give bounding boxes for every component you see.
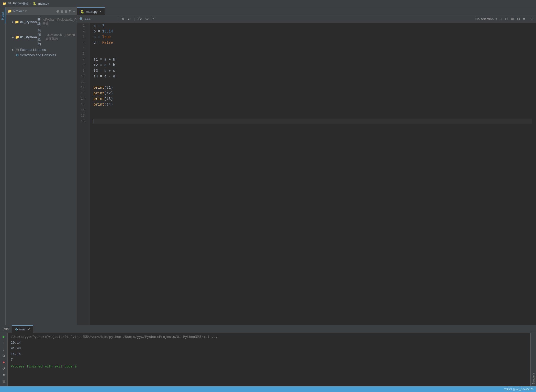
bottom-tab-main[interactable]: ⚙ main ✕ xyxy=(12,325,33,333)
code-line[interactable]: print(t4) xyxy=(94,102,532,107)
tree-item-python-basics[interactable]: ▶ 📁 01_Python基础 ~/PycharmProjects/01_Pyt… xyxy=(6,16,77,27)
code-line[interactable] xyxy=(94,107,532,113)
line-number: 6 xyxy=(77,51,87,57)
code-line[interactable] xyxy=(94,45,532,51)
scroll-up-btn[interactable]: ↑ xyxy=(2,340,5,346)
regex-btn[interactable]: .* xyxy=(151,17,155,21)
code-line[interactable]: a = 7 xyxy=(94,23,532,29)
folder-icon: 📁 xyxy=(8,9,12,13)
project-panel: 📁 Project ▾ ⊕ ⊟ ⊞ ⚙ – ▶ 📁 01_Python基础 ~/… xyxy=(6,7,77,325)
search-input[interactable] xyxy=(85,17,116,21)
run-tab-icon: ⚙ xyxy=(15,327,18,331)
code-line[interactable] xyxy=(94,51,532,57)
code-content[interactable]: a = 7b = 13.14c = Trued = False t1 = a +… xyxy=(90,23,536,325)
code-line[interactable]: print(t2) xyxy=(94,90,532,96)
run-tab-close[interactable]: ✕ xyxy=(28,328,30,331)
settings-icon[interactable]: ⚙ xyxy=(69,9,72,13)
scroll-down-btn[interactable]: ↓ xyxy=(2,347,5,352)
code-editor[interactable]: 123456789101112131415161718 a = 7b = 13.… xyxy=(77,23,536,325)
status-bar-text: CSDN @m0_57475076 xyxy=(504,388,533,391)
rerun-btn[interactable]: ↺ xyxy=(2,366,6,371)
collapse-all-icon[interactable]: ⊟ xyxy=(60,9,63,13)
line-number: 16 xyxy=(77,107,87,113)
case-btn[interactable]: Cc xyxy=(137,17,143,21)
tab-python-icon: 🐍 xyxy=(80,10,84,14)
word-btn[interactable]: W xyxy=(144,17,150,21)
line-number: 3 xyxy=(77,34,87,40)
line-numbers: 123456789101112131415161718 xyxy=(77,23,90,325)
code-line[interactable] xyxy=(94,119,532,124)
settings-run-btn[interactable]: ⚙ xyxy=(2,353,6,359)
stop-btn[interactable]: ■ xyxy=(2,360,6,365)
code-line[interactable]: c = True xyxy=(94,34,532,40)
run-output-panel: ▶ ↑ ↓ ⚙ ■ ↺ ≡ 🗑 /Users/yyw/PycharmProjec… xyxy=(0,333,536,386)
chevron-icon-desktop: ▶ xyxy=(12,36,14,39)
code-line[interactable]: t2 = a * b xyxy=(94,62,532,68)
code-line[interactable]: t4 = a - d xyxy=(94,74,532,79)
code-line[interactable]: d = False xyxy=(94,40,532,45)
code-line[interactable]: print(t3) xyxy=(94,96,532,102)
find-in-file-btn[interactable]: ☐ xyxy=(504,17,509,21)
hide-icon[interactable]: – xyxy=(73,9,75,13)
tree-item-external-libs[interactable]: ▶ ▤ External Libraries xyxy=(6,47,77,52)
folder-icon-desktop: 📁 xyxy=(15,35,19,39)
status-bar: CSDN @m0_57475076 xyxy=(0,386,536,392)
tree-item-label-scratches: Scratches and Consoles xyxy=(20,53,56,57)
code-line[interactable]: t3 = b + c xyxy=(94,68,532,74)
external-libs-icon: ▤ xyxy=(16,48,19,52)
filter-run-btn[interactable]: ≡ xyxy=(2,372,6,378)
search-bar-right: No selection ↑ ↓ ☐ ⊞ ⊟ ≡ ✕ xyxy=(473,17,534,21)
tree-item-label-ext: External Libraries xyxy=(20,48,46,52)
tab-filename: main.py xyxy=(86,10,98,14)
left-side-icons: Project xyxy=(0,7,6,325)
code-line[interactable]: t1 = a + b xyxy=(94,57,532,62)
multiline-btn[interactable]: ⊞ xyxy=(510,17,515,21)
close-search-btn[interactable]: ✕ xyxy=(529,17,534,21)
next-match-btn[interactable]: ↓ xyxy=(499,17,503,21)
clear-search-btn[interactable]: ✕ xyxy=(120,17,125,21)
line-number: 7 xyxy=(77,57,87,62)
code-line[interactable]: b = 13.14 xyxy=(94,29,532,34)
chevron-icon-ext: ▶ xyxy=(12,48,15,51)
line-number: 13 xyxy=(77,90,87,96)
tab-main-py[interactable]: 🐍 main.py ✕ xyxy=(77,7,105,15)
line-number: 10 xyxy=(77,74,87,79)
line-number: 18 xyxy=(77,119,87,124)
tree-item-python-desktop[interactable]: ▶ 📁 01_Python桌面基础 ~/Desktop/01_Python桌面基… xyxy=(6,27,77,47)
line-number: 5 xyxy=(77,45,87,51)
sync-icon[interactable]: ⊕ xyxy=(56,9,59,13)
structure-label[interactable]: Structure xyxy=(532,373,535,384)
run-output-line: 14.14 xyxy=(11,351,527,357)
trash-btn[interactable]: 🗑 xyxy=(1,379,6,384)
run-label: Run: xyxy=(0,327,12,331)
prev-match-btn[interactable]: ↑ xyxy=(495,17,498,21)
run-play-btn[interactable]: ▶ xyxy=(2,334,6,339)
project-header-actions: ⊕ ⊟ ⊞ ⚙ – xyxy=(56,9,75,13)
run-output-line: 7 xyxy=(11,357,527,363)
breadcrumb-folder: 01_Python基础 xyxy=(8,1,29,6)
breadcrumb-bar: 📁 01_Python基础 › 🐍 main.py xyxy=(0,0,536,7)
tab-close-btn[interactable]: ✕ xyxy=(99,10,102,13)
scratches-icon: ⚙ xyxy=(16,53,19,57)
project-label: Project xyxy=(13,9,24,13)
line-number: 4 xyxy=(77,40,87,45)
search-icon: 🔍 xyxy=(79,17,83,21)
project-tree: ▶ 📁 01_Python基础 ~/PycharmProjects/01_Pyt… xyxy=(6,15,77,325)
dropdown-icon[interactable]: ▾ xyxy=(25,9,27,13)
line-number: 14 xyxy=(77,96,87,102)
project-title: 📁 Project ▾ xyxy=(8,9,27,13)
line-number: 1 xyxy=(77,23,87,29)
expand-icon[interactable]: ⊞ xyxy=(64,9,68,13)
bottom-tab-bar: Run: ⚙ main ✕ xyxy=(0,325,536,333)
project-tab-icon[interactable]: Project xyxy=(0,8,5,24)
tree-item-label-basics: 01_Python基础 ~/PycharmProjects/01_Python基… xyxy=(20,17,77,26)
tree-item-scratches[interactable]: ▶ ⚙ Scratches and Consoles xyxy=(6,52,77,58)
code-line[interactable] xyxy=(94,79,532,85)
filter-btn[interactable]: ⊟ xyxy=(516,17,521,21)
run-output-line: 91.98 xyxy=(11,346,527,351)
more-options-btn[interactable]: ≡ xyxy=(522,17,526,21)
code-line[interactable] xyxy=(94,113,532,119)
line-number: 11 xyxy=(77,79,87,85)
replace-btn[interactable]: ↩ xyxy=(127,17,132,21)
code-line[interactable]: print(t1) xyxy=(94,85,532,90)
